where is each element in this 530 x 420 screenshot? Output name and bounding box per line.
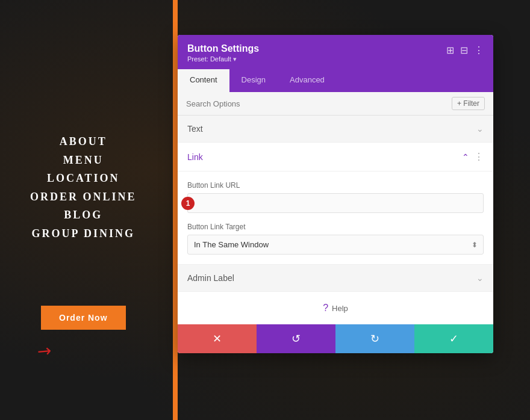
text-section-row[interactable]: Text ⌄ (178, 116, 493, 143)
badge-1: 1 (181, 197, 195, 210)
help-row: ? Help (178, 292, 493, 324)
button-link-target-label: Button Link Target (187, 223, 484, 231)
text-chevron-icon: ⌄ (476, 124, 484, 134)
panel-title: Button Settings (187, 43, 259, 54)
button-link-target-select[interactable]: In The Same Window In The New Tab (187, 235, 484, 255)
admin-label-section-row[interactable]: Admin Label ⌄ (178, 265, 493, 292)
admin-label-chevron-icon: ⌄ (476, 273, 484, 283)
nav-menu: About Menu Location Order Online Blog Gr… (30, 132, 137, 243)
redo-button[interactable]: ↻ (335, 324, 414, 353)
order-now-button[interactable]: Order Now (41, 306, 126, 330)
button-link-url-input[interactable] (187, 193, 484, 213)
columns-icon[interactable]: ⊟ (460, 45, 468, 56)
link-section-label: Link (187, 152, 203, 162)
tab-design[interactable]: Design (229, 69, 278, 92)
link-chevron-icon: ⌃ (462, 152, 469, 162)
orange-accent-bar (173, 0, 178, 420)
cancel-button[interactable]: ✕ (178, 324, 257, 353)
link-section-content: Button Link URL 1 Button Link Target In … (178, 171, 493, 265)
help-icon: ? (323, 303, 328, 313)
nav-item-blog[interactable]: Blog (30, 206, 137, 224)
button-link-url-label: Button Link URL (187, 181, 484, 190)
nav-item-group-dining[interactable]: Group Dining (30, 224, 137, 243)
more-icon[interactable]: ⋮ (474, 45, 484, 56)
search-input[interactable] (186, 99, 447, 108)
panel-body: Text ⌄ Link ⌃ ⋮ Button Link URL 1 Button… (178, 116, 493, 324)
save-button[interactable]: ✓ (414, 324, 493, 353)
panel-preset: Preset: Default ▾ (187, 55, 259, 63)
button-link-target-wrap: In The Same Window In The New Tab ⬍ (187, 235, 484, 255)
tab-advanced[interactable]: Advanced (278, 69, 337, 92)
help-text[interactable]: Help (332, 304, 348, 313)
button-settings-panel: Button Settings Preset: Default ▾ ⊞ ⊟ ⋮ … (178, 35, 493, 353)
tab-content[interactable]: Content (178, 69, 229, 92)
panel-footer: ✕ ↺ ↻ ✓ (178, 324, 493, 353)
undo-button[interactable]: ↺ (257, 324, 335, 353)
text-section-label: Text (187, 124, 203, 134)
search-bar: + Filter (178, 92, 493, 116)
nav-item-order-online[interactable]: Order Online (30, 188, 137, 206)
nav-item-about[interactable]: About (30, 132, 137, 151)
link-more-icon[interactable]: ⋮ (474, 151, 484, 162)
panel-header: Button Settings Preset: Default ▾ ⊞ ⊟ ⋮ (178, 35, 493, 69)
nav-item-menu[interactable]: Menu (30, 151, 137, 170)
link-section-row[interactable]: Link ⌃ ⋮ (178, 143, 493, 171)
button-link-url-wrap: 1 (187, 193, 484, 213)
filter-button[interactable]: + Filter (452, 97, 485, 110)
panel-header-icons: ⊞ ⊟ ⋮ (446, 45, 484, 56)
fullscreen-icon[interactable]: ⊞ (446, 45, 454, 56)
nav-item-location[interactable]: Location (30, 169, 137, 188)
tab-bar: Content Design Advanced (178, 69, 493, 92)
admin-label-label: Admin Label (187, 273, 234, 283)
